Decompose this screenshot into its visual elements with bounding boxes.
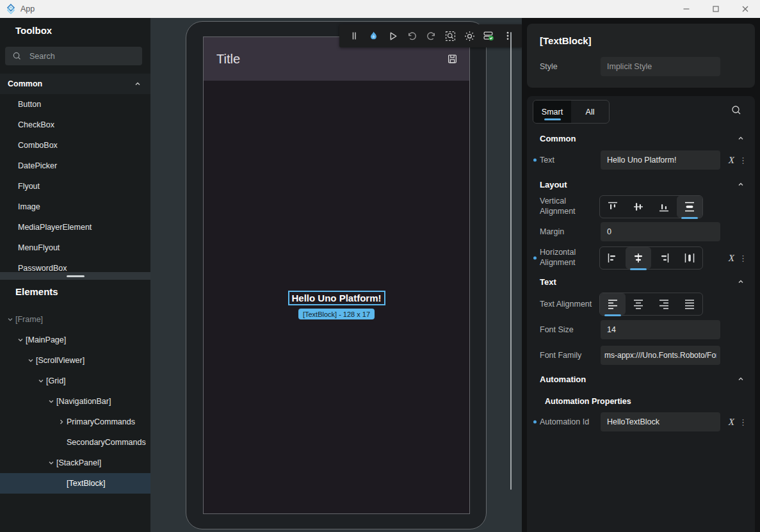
play-icon[interactable] <box>384 28 401 44</box>
close-button[interactable] <box>731 0 760 18</box>
panel-splitter[interactable] <box>0 272 150 280</box>
toolbox-item-combobox[interactable]: ComboBox <box>0 135 150 156</box>
toolbox-search[interactable] <box>5 47 142 65</box>
selected-textblock[interactable]: Hello Uno Platform! <box>287 291 385 305</box>
align-left-button[interactable] <box>600 247 626 269</box>
theme-toggle-sun-icon[interactable] <box>461 28 478 44</box>
uno-logo-icon <box>5 3 17 15</box>
inspector-properties-card: Smart All Common Text <box>527 96 755 532</box>
toolbox-item-mediaplayerelement[interactable]: MediaPlayerElement <box>0 217 150 238</box>
tree-item-grid[interactable]: [Grid] <box>0 371 150 391</box>
hot-reload-flame-icon[interactable] <box>365 28 382 44</box>
chevron-up-icon[interactable] <box>737 278 745 286</box>
chevron-down-icon[interactable] <box>36 377 46 385</box>
chevron-down-icon[interactable] <box>46 459 56 467</box>
font-size-field[interactable] <box>601 320 720 339</box>
modified-dot-icon <box>533 421 537 424</box>
toolbox-search-input[interactable] <box>28 51 127 61</box>
chevron-up-icon[interactable] <box>737 134 745 142</box>
chevron-up-icon[interactable] <box>134 80 141 88</box>
stretch-horizontal-button[interactable] <box>677 247 702 269</box>
chevron-down-icon[interactable] <box>5 316 15 323</box>
text-align-justify-button[interactable] <box>677 293 702 315</box>
save-icon[interactable] <box>447 54 458 65</box>
toolbox-item-flyout[interactable]: Flyout <box>0 176 150 197</box>
modified-dot-icon <box>533 159 537 162</box>
connection-status-icon[interactable] <box>480 28 497 44</box>
toolbox-item-menuflyout[interactable]: MenuFlyout <box>0 238 150 258</box>
text-align-right-button[interactable] <box>651 293 677 315</box>
tree-item-frame[interactable]: [Frame] <box>0 309 150 330</box>
binding-icon[interactable]: X <box>729 417 734 428</box>
maximize-button[interactable] <box>701 0 731 18</box>
text-align-left-button[interactable] <box>600 293 626 315</box>
chevron-down-icon[interactable] <box>26 357 36 364</box>
font-family-field[interactable] <box>601 346 720 365</box>
drag-handle-icon[interactable] <box>346 28 362 44</box>
property-row-margin: Margin <box>527 220 755 243</box>
automation-id-field[interactable] <box>601 412 720 431</box>
canvas-scrollbar[interactable] <box>510 32 512 490</box>
property-row-horizontal-alignment: Horizontal Alignment <box>527 246 755 270</box>
section-common: Common <box>540 132 745 145</box>
app-window: App Toolbox Common <box>0 0 760 532</box>
toolbox-group-common[interactable]: Common <box>0 74 150 94</box>
text-align-center-button[interactable] <box>626 293 651 315</box>
tree-item-primarycommands[interactable]: PrimaryCommands <box>0 412 150 432</box>
chevron-up-icon[interactable] <box>737 375 745 383</box>
redo-icon[interactable] <box>423 28 439 44</box>
stretch-vertical-button[interactable] <box>677 196 702 218</box>
style-label: Style <box>540 62 558 71</box>
toolbox-group-label: Common <box>8 79 42 88</box>
automation-id-label: Automation Id <box>540 417 589 426</box>
font-size-label: Font Size <box>540 325 574 334</box>
element-inspector-icon[interactable] <box>442 28 458 44</box>
font-family-label: Font Family <box>540 351 581 360</box>
align-bottom-button[interactable] <box>651 196 677 218</box>
tree-item-stackpanel[interactable]: [StackPanel] <box>0 453 150 473</box>
chevron-down-icon[interactable] <box>15 336 26 344</box>
preview-page-title[interactable]: Title <box>216 52 240 67</box>
property-options-icon[interactable]: ⋮ <box>739 254 747 263</box>
toolbox-item-datepicker[interactable]: DatePicker <box>0 156 150 176</box>
tree-item-navigationbar[interactable]: [NavigationBar] <box>0 391 150 412</box>
property-row-vertical-alignment: Vertical Alignment <box>527 195 755 218</box>
more-options-icon[interactable] <box>499 28 516 44</box>
toolbox-item-image[interactable]: Image <box>0 197 150 217</box>
minimize-button[interactable] <box>672 0 701 18</box>
property-row-text: Text X ⋮ <box>527 149 755 172</box>
chevron-right-icon[interactable] <box>56 418 67 426</box>
binding-icon[interactable]: X <box>729 155 734 166</box>
inspector-selected-element: [TextBlock] <box>540 35 592 46</box>
chevron-down-icon[interactable] <box>46 398 56 405</box>
toolbox-item-button[interactable]: Button <box>0 94 150 115</box>
automation-properties-header: Automation Properties <box>545 395 631 408</box>
binding-icon[interactable]: X <box>729 253 734 264</box>
tree-item-secondarycommands[interactable]: SecondaryCommands <box>0 432 150 453</box>
undo-icon[interactable] <box>403 28 420 44</box>
toolbox-list: Button CheckBox ComboBox DatePicker Flyo… <box>0 94 150 278</box>
toolbox-item-checkbox[interactable]: CheckBox <box>0 115 150 135</box>
window-titlebar: App <box>0 0 760 18</box>
tab-smart[interactable]: Smart <box>533 101 571 123</box>
property-options-icon[interactable]: ⋮ <box>739 156 747 165</box>
style-field[interactable] <box>601 57 720 76</box>
margin-field[interactable] <box>601 222 720 241</box>
tree-item-scrollviewer[interactable]: [ScrollViewer] <box>0 350 150 371</box>
text-label: Text <box>540 156 554 165</box>
inspector-search-icon[interactable] <box>731 104 742 116</box>
align-center-vertical-button[interactable] <box>626 196 651 218</box>
app-preview-screen[interactable]: Title Hello Uno Platform! [TextBlock] - … <box>203 36 470 514</box>
align-center-horizontal-button[interactable] <box>626 247 651 269</box>
tab-all[interactable]: All <box>571 101 609 123</box>
text-field[interactable] <box>601 150 720 170</box>
canvas-selection[interactable]: Hello Uno Platform! [TextBlock] - 128 x … <box>287 291 385 319</box>
splitter-handle-icon <box>67 275 85 277</box>
align-right-button[interactable] <box>651 247 677 269</box>
section-automation: Automation <box>540 373 745 385</box>
chevron-up-icon[interactable] <box>737 181 745 188</box>
tree-item-mainpage[interactable]: [MainPage] <box>0 330 150 350</box>
align-top-button[interactable] <box>600 196 626 218</box>
property-options-icon[interactable]: ⋮ <box>739 417 747 427</box>
tree-item-textblock-selected[interactable]: [TextBlock] <box>0 473 150 494</box>
